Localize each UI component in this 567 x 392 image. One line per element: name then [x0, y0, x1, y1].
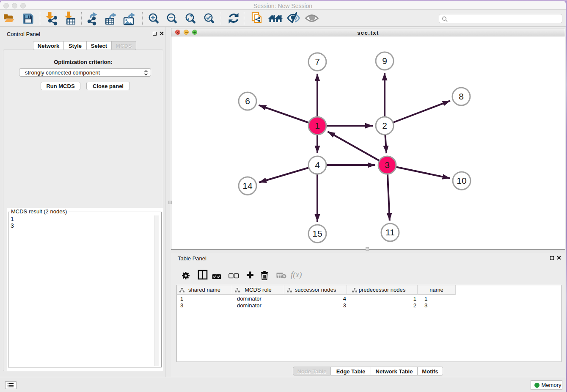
- svg-text:1: 1: [315, 121, 320, 130]
- svg-text:4: 4: [315, 160, 320, 170]
- svg-text:10: 10: [457, 176, 466, 185]
- svg-text:11: 11: [385, 227, 395, 237]
- svg-text:6: 6: [245, 96, 250, 106]
- svg-text:2: 2: [382, 121, 387, 130]
- svg-text:15: 15: [312, 229, 322, 238]
- svg-text:8: 8: [459, 91, 464, 101]
- svg-text:3: 3: [385, 160, 390, 170]
- svg-text:14: 14: [242, 181, 253, 190]
- svg-text:9: 9: [382, 56, 387, 66]
- svg-text:7: 7: [315, 57, 320, 66]
